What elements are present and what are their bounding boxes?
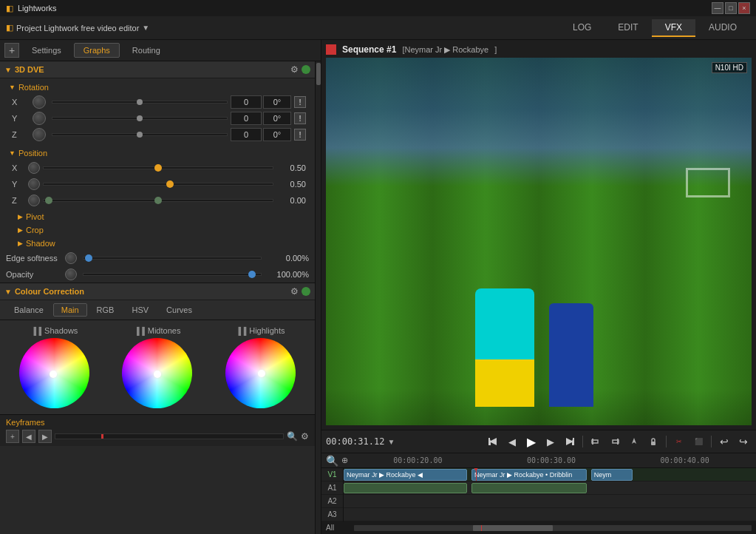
keyframe-search-icon[interactable]: 🔍 [287, 431, 298, 442]
timeline-zoom-out-icon[interactable]: 🔍 [326, 455, 338, 467]
app-icon: ◧ [6, 4, 13, 13]
next-frame-button[interactable]: ▶ [542, 433, 559, 450]
clip-v1-3-label: Neym [594, 471, 612, 479]
video-frame: N10I HD [326, 58, 752, 425]
keyframe-settings-icon[interactable]: ⚙ [301, 431, 309, 442]
position-x-dial[interactable] [28, 162, 40, 174]
out-point-button[interactable] [607, 433, 623, 450]
rotation-y-label: Y [12, 114, 33, 123]
rotation-x-value[interactable]: 0 [231, 95, 262, 109]
timecode-display: 00:00:31.12 [326, 436, 384, 447]
opacity-slider[interactable] [83, 273, 262, 276]
redo-button[interactable]: ↪ [735, 433, 752, 450]
tab-routing[interactable]: Routing [123, 43, 170, 58]
video-badge: N10I HD [712, 62, 747, 73]
left-panel-scrollbar[interactable] [315, 61, 321, 534]
time-mark-30: 00:00:30.00 [485, 456, 619, 464]
titlebar-controls[interactable]: — □ × [712, 2, 750, 14]
prev-frame-button[interactable]: ◀ [504, 433, 520, 450]
3d-dve-toggle[interactable]: ▼ [4, 66, 12, 74]
play-button[interactable]: ▶ [523, 433, 539, 450]
tab-audio[interactable]: AUDIO [695, 19, 750, 37]
position-y-dial[interactable] [28, 178, 40, 190]
tab-log[interactable]: LOG [559, 19, 605, 37]
add-effect-button[interactable]: + [4, 43, 19, 58]
tab-balance[interactable]: Balance [6, 303, 52, 317]
clip-a1-2[interactable] [471, 483, 587, 493]
rotation-x-alert[interactable]: ! [294, 96, 306, 108]
pivot-row[interactable]: ▶ Pivot [0, 210, 315, 223]
rotation-y-dial[interactable] [33, 112, 46, 125]
skip-to-end-button[interactable] [562, 433, 578, 450]
shadows-wheel[interactable] [19, 338, 89, 408]
position-toggle-icon[interactable]: ▼ [9, 149, 16, 157]
edge-softness-slider[interactable] [83, 257, 262, 260]
mark-button[interactable] [626, 433, 642, 450]
keyframe-prev-button[interactable]: ◀ [22, 430, 35, 443]
tab-main[interactable]: Main [53, 303, 87, 317]
position-y-slider[interactable] [43, 183, 273, 186]
rotation-z-alert[interactable]: ! [294, 129, 306, 141]
cut-button[interactable]: ✂ [671, 433, 687, 450]
ripple-button[interactable]: ⬛ [690, 433, 706, 450]
crop-row[interactable]: ▶ Crop [0, 223, 315, 237]
clip-v1-2[interactable]: Neymar Jr ▶ Rockabye • Dribblin [471, 469, 587, 481]
clip-a1-1[interactable] [344, 483, 467, 493]
position-x-value: 0.50 [276, 163, 306, 172]
rotation-z-degree[interactable]: 0° [263, 128, 291, 141]
skip-to-start-button[interactable] [485, 433, 501, 450]
rotation-y-value[interactable]: 0 [231, 112, 262, 125]
tab-rgb[interactable]: RGB [89, 303, 123, 317]
position-z-dial[interactable] [28, 195, 40, 206]
timeline-scroll-bar[interactable] [354, 525, 752, 531]
lock-button[interactable] [645, 433, 661, 450]
rotation-y-alert[interactable]: ! [294, 112, 306, 124]
rotation-x-dial[interactable] [33, 95, 46, 109]
rotation-x-degree[interactable]: 0° [263, 95, 291, 109]
main-toolbar: ◧ Project Lightwork free video editor ▼ … [0, 16, 756, 40]
midtones-wheel[interactable] [122, 338, 192, 408]
tab-settings[interactable]: Settings [22, 43, 71, 58]
maximize-button[interactable]: □ [725, 2, 737, 14]
keyframe-next-button[interactable]: ▶ [38, 430, 52, 443]
player1 [475, 288, 534, 407]
undo-button[interactable]: ↩ [716, 433, 732, 450]
3d-dve-gear-icon[interactable]: ⚙ [290, 64, 299, 75]
tab-graphs[interactable]: Graphs [74, 43, 120, 58]
tab-vfx[interactable]: VFX [652, 19, 695, 37]
dropdown-icon[interactable]: ▼ [142, 24, 149, 32]
opacity-dial[interactable] [65, 268, 77, 280]
time-mark-40: 00:00:40.00 [618, 456, 752, 464]
minimize-button[interactable]: — [712, 2, 723, 14]
position-x-slider[interactable] [43, 166, 273, 169]
cc-toggle[interactable]: ▼ [4, 288, 12, 296]
position-x-thumb [154, 164, 162, 172]
in-point-button[interactable] [588, 433, 604, 450]
shadow-row[interactable]: ▶ Shadow [0, 237, 315, 250]
tab-hsv[interactable]: HSV [123, 303, 157, 317]
rotation-header[interactable]: ▼ Rotation [9, 81, 309, 94]
a2-track [344, 495, 756, 508]
highlights-wheel[interactable] [225, 338, 296, 408]
position-header[interactable]: ▼ Position [9, 146, 309, 160]
rotation-y-degree[interactable]: 0° [263, 112, 291, 125]
tab-curves[interactable]: Curves [158, 303, 200, 317]
timeline-zoom-in-icon[interactable]: ⊕ [341, 456, 348, 465]
shadows-dot [50, 371, 57, 378]
rotation-toggle-icon[interactable]: ▼ [9, 84, 16, 91]
rotation-z-value[interactable]: 0 [231, 128, 262, 141]
rotation-z-dial[interactable] [33, 128, 46, 141]
keyframe-add-button[interactable]: + [6, 430, 19, 443]
position-z-slider[interactable] [43, 199, 273, 202]
close-button[interactable]: × [738, 2, 750, 14]
timecode-dropdown[interactable]: ▼ [387, 438, 395, 446]
clip-v1-3[interactable]: Neym [591, 469, 633, 481]
highlights-label: Highlights [249, 326, 285, 335]
edge-softness-dial[interactable] [65, 252, 77, 264]
clip-v1-1[interactable]: Neymar Jr ▶ Rockabye ◀ [344, 469, 467, 481]
rotation-section: ▼ Rotation X 0 0° ! [0, 78, 315, 144]
tab-edit[interactable]: EDIT [605, 19, 651, 37]
clip-v1-1-label: Neymar Jr ▶ Rockabye ◀ [347, 471, 423, 479]
midtones-wheel-item: ▐▐ Midtones [122, 326, 192, 408]
cc-gear-icon[interactable]: ⚙ [290, 286, 299, 297]
